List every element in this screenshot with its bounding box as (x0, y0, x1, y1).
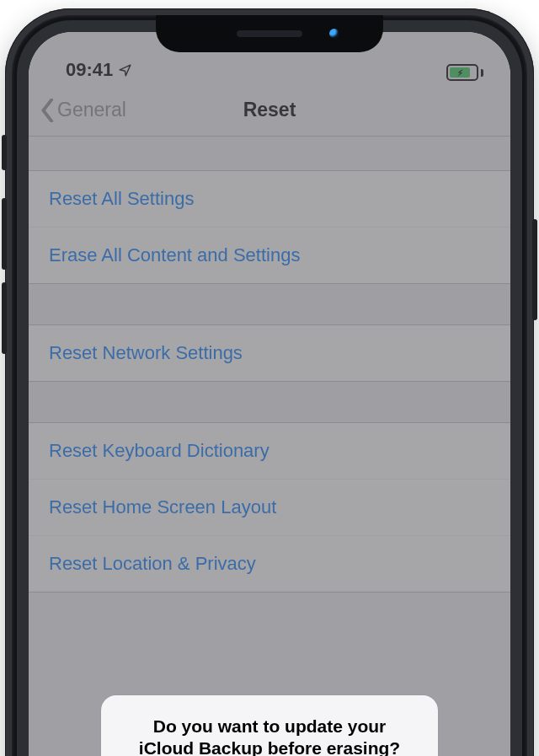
front-camera (329, 29, 339, 39)
notch (156, 15, 383, 52)
volume-up-button (2, 198, 7, 270)
screen: 09:41 ⚡︎ General Reset Reset All Setting… (29, 32, 510, 756)
speaker-grille (237, 30, 302, 37)
silent-switch (2, 135, 7, 170)
alert-header: Do you want to update your iCloud Backup… (101, 695, 438, 756)
alert-title: Do you want to update your iCloud Backup… (125, 716, 414, 756)
volume-down-button (2, 282, 7, 354)
modal-overlay (29, 32, 510, 756)
device-frame: 09:41 ⚡︎ General Reset Reset All Setting… (5, 8, 534, 756)
alert-sheet: Do you want to update your iCloud Backup… (101, 695, 438, 756)
power-button (532, 219, 537, 320)
